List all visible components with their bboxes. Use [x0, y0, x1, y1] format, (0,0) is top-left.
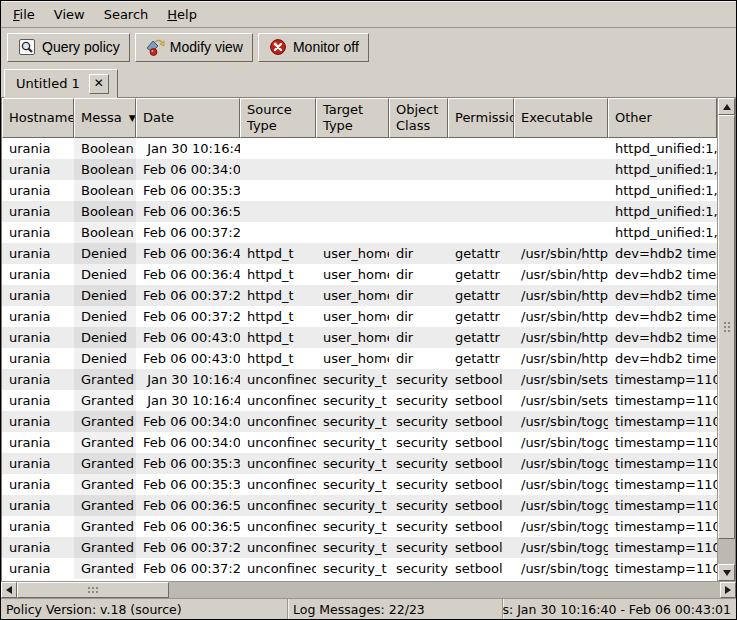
menubar: File View Search Help [1, 1, 736, 28]
table-cell: security [389, 390, 448, 411]
policy-version-status: Policy Version: v.18 (source) [1, 599, 287, 619]
table-row[interactable]: uraniaGrantedFeb 06 00:35:35unconfined_s… [2, 453, 717, 474]
table-row[interactable]: uraniaGrantedFeb 06 00:37:25unconfined_s… [2, 558, 717, 579]
table-cell: urania [2, 516, 74, 537]
table-row[interactable]: uraniaDeniedFeb 06 00:37:27httpd_tuser_h… [2, 285, 717, 306]
policy-version-text: Policy Version: v.18 (source) [6, 602, 182, 617]
table-row[interactable]: uraniaGrantedFeb 06 00:34:01unconfined_s… [2, 432, 717, 453]
table-row[interactable]: uraniaBooleanFeb 06 00:35:35httpd_unifie… [2, 180, 717, 201]
table-cell [316, 180, 389, 201]
column-label: Permission [455, 110, 514, 126]
log-table: Hostname Messa▼ Date Source Type Target … [1, 97, 736, 581]
table-cell: Feb 06 00:34:01 [136, 432, 240, 453]
scroll-left-button[interactable] [1, 582, 17, 598]
tab-close-button[interactable]: ✕ [89, 74, 109, 94]
scrollbar-grip [724, 322, 726, 324]
table-row[interactable]: uraniaGrantedFeb 06 00:37:25unconfined_s… [2, 537, 717, 558]
table-cell: getattr [448, 285, 514, 306]
table-row[interactable]: uraniaDeniedFeb 06 00:43:01httpd_tuser_h… [2, 348, 717, 369]
column-header-target-type[interactable]: Target Type [316, 98, 389, 138]
vertical-scrollbar[interactable] [717, 98, 735, 581]
table-cell: Feb 06 00:36:44 [136, 243, 240, 264]
vertical-scrollbar-thumb[interactable] [718, 115, 735, 539]
vertical-scrollbar-trough[interactable] [718, 539, 735, 564]
table-cell: Boolean [74, 222, 136, 243]
table-cell: Jan 30 10:16:40 [136, 390, 240, 411]
table-cell: Feb 06 00:35:35 [136, 453, 240, 474]
table-row[interactable]: uraniaGranted Jan 30 10:16:40unconfined_… [2, 390, 717, 411]
scroll-right-button[interactable] [720, 582, 736, 598]
table-cell: unconfined_ [240, 558, 316, 579]
table-row[interactable]: uraniaBooleanFeb 06 00:34:01httpd_unifie… [2, 159, 717, 180]
table-cell: security [389, 453, 448, 474]
arrow-down-icon [723, 570, 731, 576]
table-row[interactable]: uraniaDeniedFeb 06 00:36:44httpd_tuser_h… [2, 243, 717, 264]
horizontal-scrollbar-thumb[interactable] [17, 582, 169, 598]
horizontal-scrollbar-trough[interactable] [169, 582, 720, 598]
menu-search[interactable]: Search [97, 3, 156, 26]
column-header-date[interactable]: Date [136, 98, 240, 138]
table-cell: security [389, 411, 448, 432]
table-cell: Granted [74, 453, 136, 474]
table-cell: Granted [74, 558, 136, 579]
table-row[interactable]: uraniaDeniedFeb 06 00:36:44httpd_tuser_h… [2, 264, 717, 285]
table-cell: user_home_ [316, 243, 389, 264]
table-cell: Feb 06 00:36:56 [136, 495, 240, 516]
column-header-hostname[interactable]: Hostname [2, 98, 74, 138]
table-row[interactable]: uraniaBoolean Jan 30 10:16:40httpd_unifi… [2, 138, 717, 159]
table-cell: Boolean [74, 180, 136, 201]
tab-untitled-1[interactable]: Untitled 1 ✕ [4, 69, 118, 98]
table-row[interactable]: uraniaDeniedFeb 06 00:37:27httpd_tuser_h… [2, 306, 717, 327]
table-row[interactable]: uraniaDeniedFeb 06 00:43:01httpd_tuser_h… [2, 327, 717, 348]
table-row[interactable]: uraniaGrantedFeb 06 00:36:56unconfined_s… [2, 495, 717, 516]
table-row[interactable]: uraniaGrantedFeb 06 00:36:56unconfined_s… [2, 516, 717, 537]
tab-bar: Untitled 1 ✕ [1, 66, 736, 97]
table-cell: Feb 06 00:37:27 [136, 285, 240, 306]
column-header-executable[interactable]: Executable [514, 98, 608, 138]
column-header-permission[interactable]: Permission [448, 98, 514, 138]
table-cell: Granted [74, 516, 136, 537]
table-cell: user_home_ [316, 327, 389, 348]
scroll-up-button[interactable] [718, 98, 735, 115]
menu-file[interactable]: File [6, 3, 42, 26]
table-cell: Granted [74, 390, 136, 411]
dates-text: Dates: Jan 30 10:16:40 - Feb 06 00:43:01 [502, 602, 731, 617]
table-cell: dir [389, 306, 448, 327]
table-cell: /usr/sbin/setseb [514, 369, 608, 390]
column-header-other[interactable]: Other [608, 98, 717, 138]
monitor-off-button[interactable]: Monitor off [258, 33, 369, 62]
table-row[interactable]: uraniaGrantedFeb 06 00:35:35unconfined_s… [2, 474, 717, 495]
table-cell: /usr/sbin/httpd [514, 348, 608, 369]
table-cell: security_t [316, 558, 389, 579]
menu-view[interactable]: View [47, 3, 92, 26]
column-header-object-class[interactable]: Object Class [389, 98, 448, 138]
column-label: Object Class [396, 102, 443, 133]
table-cell: urania [2, 537, 74, 558]
table-cell: Feb 06 00:43:01 [136, 327, 240, 348]
monitor-off-icon [268, 37, 288, 57]
menu-help[interactable]: Help [160, 3, 204, 26]
table-cell [448, 159, 514, 180]
table-cell: dev=hdb2 timesta [608, 264, 717, 285]
table-cell [514, 180, 608, 201]
column-header-source-type[interactable]: Source Type [240, 98, 316, 138]
table-cell: urania [2, 348, 74, 369]
modify-view-button[interactable]: Modify view [135, 33, 253, 62]
column-header-message[interactable]: Messa▼ [74, 98, 136, 138]
table-cell: Feb 06 00:37:25 [136, 558, 240, 579]
arrow-right-icon [725, 586, 731, 594]
modify-view-label: Modify view [170, 39, 243, 55]
query-policy-label: Query policy [42, 39, 120, 55]
horizontal-scrollbar[interactable] [1, 581, 736, 598]
table-cell: timestamp=11076 [608, 432, 717, 453]
table-row[interactable]: uraniaGrantedFeb 06 00:34:01unconfined_s… [2, 411, 717, 432]
arrow-up-icon [723, 104, 731, 110]
table-row[interactable]: uraniaBooleanFeb 06 00:36:56httpd_unifie… [2, 201, 717, 222]
scroll-down-button[interactable] [718, 564, 735, 581]
table-cell: dir [389, 327, 448, 348]
table-body: uraniaBoolean Jan 30 10:16:40httpd_unifi… [2, 138, 717, 581]
table-row[interactable]: uraniaBooleanFeb 06 00:37:25httpd_unifie… [2, 222, 717, 243]
query-policy-button[interactable]: Query policy [7, 33, 130, 62]
table-cell: Feb 06 00:36:56 [136, 201, 240, 222]
table-row[interactable]: uraniaGranted Jan 30 10:16:40unconfined_… [2, 369, 717, 390]
